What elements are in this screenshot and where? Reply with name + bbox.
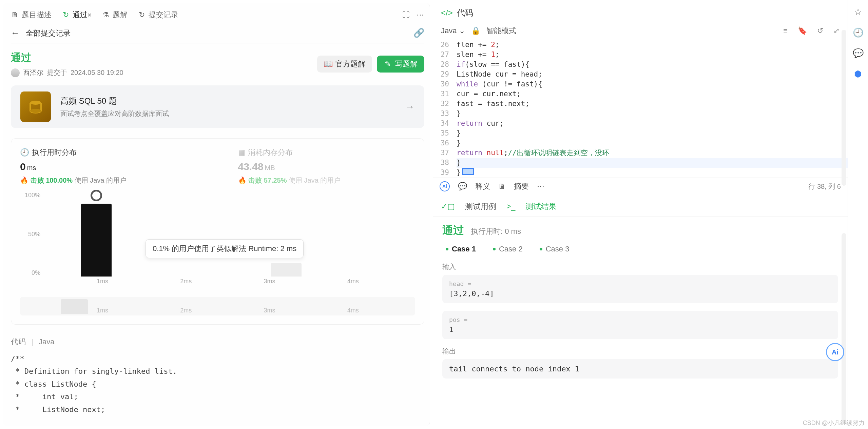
runtime-unit: ms — [27, 164, 36, 171]
promo-card[interactable]: 高频 SQL 50 题 面试考点全覆盖应对高阶数据库面试 → — [11, 85, 424, 128]
y-tick: 50% — [20, 231, 40, 238]
head-label: head = — [449, 280, 831, 287]
pos-label: pos = — [449, 316, 831, 323]
input-label: 输入 — [442, 262, 838, 271]
runtime-info: 执行用时: 0 ms — [471, 226, 521, 237]
ai-bubble-icon[interactable]: 💬 — [853, 48, 864, 59]
x-tick: 3ms — [264, 278, 275, 287]
summary-button[interactable]: 摘要 — [514, 181, 529, 191]
promo-subtitle: 面试考点全覆盖应对高阶数据库面试 — [60, 109, 169, 118]
clock-icon: 🕘 — [20, 148, 29, 157]
head-value: [3,2,0,-4] — [449, 289, 831, 298]
memory-stats[interactable]: ▦消耗内存分布 43.48MB 🔥 击败 57.25% 使用 Java 的用户 — [238, 147, 416, 185]
beat-word: 击败 — [248, 177, 262, 184]
overflow-icon[interactable]: ⋯ — [416, 11, 424, 19]
cursor-icon — [462, 168, 474, 175]
runtime-beat-pct: 100.00% — [46, 177, 73, 184]
x-tick: 3ms — [264, 307, 275, 314]
left-tabs: 🗎 题目描述 ↻ 通过 × ⚗ 题解 ↻ 提交记录 ⛶ ⋯ — [11, 7, 424, 23]
memory-value: 43.48 — [238, 161, 264, 172]
chevron-down-icon: ⌄ — [459, 26, 465, 35]
case-tab-1[interactable]: Case 1 — [446, 245, 476, 253]
history-icon: ↻ — [62, 11, 70, 19]
code-editor[interactable]: 2627282930313233343536373839 flen += 2; … — [433, 40, 848, 178]
runtime-label: 执行用时分布 — [32, 147, 77, 158]
clock-icon[interactable]: 🕘 — [853, 27, 864, 38]
language-selector[interactable]: Java ⌄ — [441, 26, 465, 35]
definition-button[interactable]: 释义 — [475, 181, 490, 191]
chevron-right-icon: → — [405, 101, 415, 113]
y-tick: 100% — [20, 192, 40, 199]
avatar[interactable] — [11, 68, 20, 77]
promo-title: 高频 SQL 50 题 — [60, 96, 169, 106]
x-tick: 1ms — [97, 307, 108, 314]
scrollbar[interactable] — [842, 233, 846, 423]
x-tick: 2ms — [180, 307, 192, 314]
bookmark-icon[interactable]: 🔖 — [798, 26, 807, 35]
cube-icon[interactable]: ⬢ — [854, 69, 862, 79]
x-tick: 1ms — [97, 278, 108, 287]
result-pass: 通过 — [442, 223, 464, 238]
tab-result[interactable]: 测试结果 — [525, 201, 557, 212]
back-button[interactable]: ← — [11, 28, 20, 38]
fire-icon: 🔥 — [238, 177, 247, 184]
chip-icon: ▦ — [238, 148, 245, 157]
code-label: 代码 — [11, 338, 26, 346]
beat-word: 击败 — [31, 177, 44, 184]
write-solution-button[interactable]: ✎ 写题解 — [377, 56, 424, 73]
ai-icon[interactable]: Ai — [440, 181, 450, 191]
output-box[interactable]: tail connects to node index 1 — [442, 359, 838, 379]
case-tab-2[interactable]: Case 2 — [493, 245, 523, 253]
doc-icon: 🗎 — [498, 182, 506, 191]
watermark: CSDN @小凡继续努力 — [803, 419, 865, 427]
y-tick: 0% — [20, 269, 40, 277]
link-icon[interactable]: 🔗 — [413, 28, 424, 38]
output-label: 输出 — [442, 347, 838, 356]
official-solution-button[interactable]: 📖 官方题解 — [317, 56, 372, 73]
pos-value: 1 — [449, 325, 831, 334]
input-head-box[interactable]: head = [3,2,0,-4] — [442, 275, 838, 303]
mini-chart[interactable]: 1ms 2ms 3ms 4ms — [20, 297, 415, 315]
runtime-stats[interactable]: 🕘执行用时分布 0ms 🔥 击败 100.00% 使用 Java 的用户 — [20, 147, 197, 185]
tab-solutions[interactable]: ⚗ 题解 — [102, 10, 128, 20]
breadcrumb[interactable]: 全部提交记录 — [26, 28, 71, 38]
check-icon: ✓▢ — [441, 202, 455, 211]
more-icon[interactable]: ⋯ — [537, 182, 544, 191]
doc-icon: 🗎 — [11, 11, 19, 19]
flask-icon: ⚗ — [102, 11, 110, 19]
input-pos-box[interactable]: pos = 1 — [442, 311, 838, 339]
bar-0ms[interactable] — [81, 204, 112, 277]
fire-icon: 🔥 — [20, 177, 28, 184]
scrollbar[interactable] — [842, 30, 846, 186]
beat-suffix: 使用 Java 的用户 — [75, 177, 127, 184]
stats-card: 🕘执行用时分布 0ms 🔥 击败 100.00% 使用 Java 的用户 ▦消耗… — [11, 138, 424, 325]
close-icon[interactable]: × — [88, 11, 92, 19]
expand-icon[interactable]: ⛶ — [402, 11, 410, 19]
bar-3ms[interactable] — [271, 263, 302, 277]
runtime-chart: 100% 50% 0% 0.1% 的用户使用了类似解法 Runtime: 2 m… — [20, 192, 415, 287]
write-solution-label: 写题解 — [395, 59, 418, 69]
beat-suffix: 使用 Java 的用户 — [289, 177, 341, 184]
case-tab-3[interactable]: Case 3 — [540, 245, 570, 253]
tab-pass[interactable]: ↻ 通过 × — [62, 10, 92, 20]
submitted-at: 2024.05.30 19:20 — [71, 69, 123, 77]
ai-float-button[interactable]: Ai — [826, 343, 844, 361]
tab-testcase[interactable]: 测试用例 — [465, 201, 496, 212]
right-sidebar: ☆ 🕘 💬 ⬢ — [848, 0, 868, 429]
author-name[interactable]: 西泽尔 — [23, 68, 43, 77]
reset-icon[interactable]: ↺ — [817, 26, 823, 35]
cursor-position: 行 38, 列 6 — [808, 182, 841, 191]
history-icon: ↻ — [138, 11, 146, 19]
tab-submissions[interactable]: ↻ 提交记录 — [138, 10, 178, 20]
tab-description-label: 题目描述 — [22, 10, 52, 20]
output-value: tail connects to node index 1 — [449, 365, 831, 373]
list-icon[interactable]: ≡ — [783, 26, 788, 35]
tab-description[interactable]: 🗎 题目描述 — [11, 10, 52, 20]
quote-icon: 💬 — [458, 182, 467, 191]
star-icon[interactable]: ☆ — [854, 7, 862, 17]
submitted-code: /** * Definition for singly-linked list.… — [11, 352, 424, 416]
tab-solutions-label: 题解 — [113, 10, 128, 20]
code-header: 代码 — [457, 7, 473, 18]
memory-beat-pct: 57.25% — [264, 177, 287, 184]
fullscreen-icon[interactable]: ⤢ — [833, 26, 840, 35]
